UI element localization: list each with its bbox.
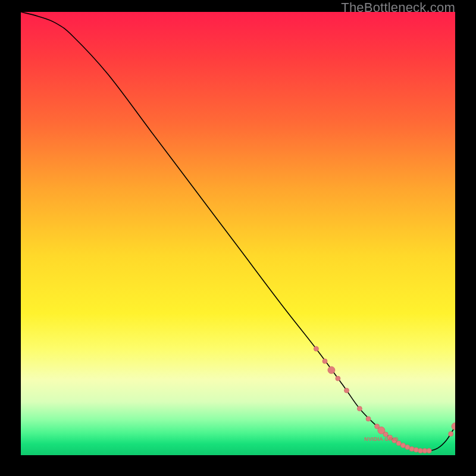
annotation-label: NVIDIA GRID: [364, 436, 399, 442]
data-point: [345, 388, 349, 393]
data-point: [322, 359, 327, 364]
chart-svg: NVIDIA GRID: [21, 12, 455, 455]
data-point: [400, 443, 405, 448]
data-point: [409, 447, 414, 452]
data-point: [328, 367, 335, 374]
data-point: [357, 406, 362, 411]
data-point: [314, 346, 318, 351]
annotation-group: NVIDIA GRID: [364, 436, 399, 442]
data-point: [452, 423, 455, 430]
data-point: [336, 376, 340, 381]
data-point: [366, 416, 371, 421]
bottleneck-curve: [21, 12, 455, 451]
data-point: [418, 449, 423, 453]
chart-container: TheBottleneck.com NVIDIA GRID: [0, 0, 476, 476]
data-point: [449, 431, 453, 436]
watermark-text: TheBottleneck.com: [341, 0, 455, 15]
data-point: [422, 449, 427, 453]
data-point: [405, 445, 410, 450]
data-point: [414, 447, 418, 452]
data-point: [427, 449, 431, 453]
plot-area: NVIDIA GRID: [21, 12, 455, 455]
